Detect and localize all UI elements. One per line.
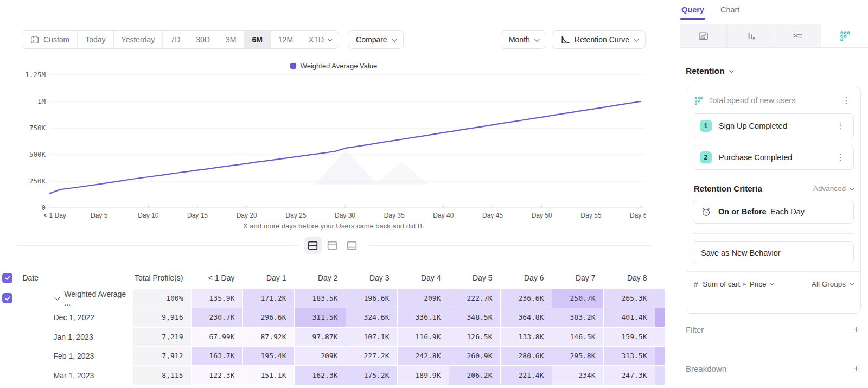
table-row: Feb 1, 20237,912163.7K195.4K209K227.2K24… [0,347,665,365]
x-axis-tick-label: Day 55 [580,212,601,219]
chart-only-view-toggle[interactable] [324,237,341,254]
select-all-checkbox[interactable] [2,273,12,283]
add-filter-icon[interactable]: + [853,323,859,335]
retention-value-cell: 383.2K [552,308,603,327]
range-yesterday[interactable]: Yesterday [114,31,163,48]
compare-label: Compare [356,35,387,44]
range-6m[interactable]: 6M [244,31,270,48]
date-column-header[interactable]: Date [23,273,132,282]
step-event-label: Sign Up Completed [719,122,827,130]
add-breakdown-icon[interactable]: + [853,362,859,374]
row-date-cell[interactable]: Dec 1, 2022 [23,308,132,327]
chart-legend: Weighted Average Value [22,62,646,70]
granularity-label: Month [509,35,530,44]
range-today[interactable]: Today [78,31,113,48]
retention-value-cell: 242.8K [398,347,449,365]
day-column-header[interactable]: Day 8 [604,273,655,282]
retention-value-cell: 195.4K [243,347,294,365]
day-column-header[interactable]: Day 1 [243,273,294,282]
retention-value-cell: 133.8K [501,328,552,346]
kebab-menu-icon[interactable]: ⋮ [834,120,847,131]
tab-chart[interactable]: Chart [720,5,739,20]
row-checkbox[interactable] [2,293,12,303]
retention-value-cell-cut [655,347,665,365]
flows-tab-icon[interactable] [774,24,821,47]
granularity-button[interactable]: Month [501,30,546,49]
x-axis-title: X and more days before your Users came b… [22,222,646,230]
retention-condition-row[interactable]: On or Before Each Day [693,200,854,224]
x-axis-tick-label: Day 45 [482,212,503,219]
day-column-header[interactable]: Day 5 [449,273,500,282]
day-column-header[interactable]: Day 2 [295,273,346,282]
retention-value-cell: 126.5K [449,328,500,346]
day-column-header[interactable]: Day 7 [552,273,603,282]
retention-value-cell: 189.9K [398,366,449,385]
split-view-toggle[interactable] [304,237,322,254]
expand-chevron-icon[interactable] [54,295,60,300]
range-3m[interactable]: 3M [218,31,244,48]
chevron-down-icon [770,281,774,285]
retention-value-cell: 146.5K [552,328,603,346]
retention-value-cell: 122.3K [192,366,242,385]
step-number-badge: 2 [700,151,712,163]
criteria-mode-dropdown[interactable]: Advanced [813,185,853,193]
behavior-step-1[interactable]: 1Sign Up Completed⋮ [693,113,854,138]
day-column-header[interactable]: Day 4 [398,273,449,282]
header-checkbox-cell [0,273,22,283]
range-30d[interactable]: 30D [188,31,218,48]
retention-criteria-label: Retention Criteria [694,184,813,193]
save-as-new-behavior-label: Save as New Behavior [701,249,781,257]
range-xtd[interactable]: XTD [301,31,339,48]
measure-dropdown[interactable]: Sum of cart ▸ Price [703,280,807,288]
table-only-view-toggle[interactable] [343,237,361,254]
range-label: Custom [43,35,69,44]
toolbar: CustomTodayYesterday7D30D3M6M12MXTD Comp… [22,30,646,49]
kebab-menu-icon[interactable]: ⋮ [834,152,847,163]
compare-button[interactable]: Compare [348,30,404,49]
x-axis-tick-label: Day 35 [384,212,405,219]
legend-swatch [290,63,296,69]
row-date-cell[interactable]: Jan 1, 2023 [23,328,132,346]
alarm-clock-icon [701,207,711,217]
row-date-label: Mar 1, 2023 [54,371,94,380]
retention-value-cell: 175.2K [346,366,397,385]
criteria-mode-label: Advanced [813,185,846,193]
save-as-new-behavior-button[interactable]: Save as New Behavior [693,241,854,264]
chart-type-tab-row [680,24,868,48]
retention-value-cell: 401.4K [604,308,655,327]
day-column-header[interactable]: Day 6 [501,273,552,282]
kebab-menu-icon[interactable]: ⋮ [840,95,853,106]
report-type-dropdown[interactable]: Retention [686,66,732,76]
insights-tab-icon[interactable] [680,24,727,47]
chevron-down-icon [534,36,540,42]
retention-value-cell-cut [655,308,665,327]
range-12m[interactable]: 12M [271,31,301,48]
breakdown-section: Breakdown + [686,362,859,374]
retention-value-cell: 151.1K [243,366,294,385]
groups-dropdown[interactable]: All Groups [812,280,853,288]
measure-label: Sum of cart [703,280,740,288]
row-date-cell[interactable]: Mar 1, 2023 [23,366,132,385]
retention-value-cell: 116.9K [398,328,449,346]
tab-query[interactable]: Query [681,5,704,20]
chart-type-button[interactable]: Retention Curve [552,30,646,49]
row-date-label: Jan 1, 2023 [54,333,93,341]
row-date-cell[interactable]: Weighted Average ... [23,289,132,308]
retention-value-cell: 313.5K [604,347,655,365]
total-profiles-value: 7,912 [133,347,191,365]
total-profiles-column-header[interactable]: Total Profile(s) [133,273,191,282]
retention-tab-icon[interactable] [821,24,868,47]
day-column-header[interactable]: Day 3 [346,273,397,282]
funnels-tab-icon[interactable] [727,24,774,47]
behavior-step-2[interactable]: 2Purchase Completed⋮ [693,145,854,170]
measure-property-label: Price [750,280,767,288]
retention-value-cell: 234K [552,366,603,385]
x-axis-tick-label: Day 50 [532,212,552,219]
retention-value-cell: 196.6K [346,289,397,308]
y-axis-tick-label: 1M [37,97,46,105]
range-custom[interactable]: Custom [22,31,78,48]
day-column-header[interactable]: < 1 Day [192,273,242,282]
range-7d[interactable]: 7D [163,31,188,48]
measurement-row: # Sum of cart ▸ Price All Groups [686,271,860,296]
row-date-cell[interactable]: Feb 1, 2023 [23,347,132,365]
